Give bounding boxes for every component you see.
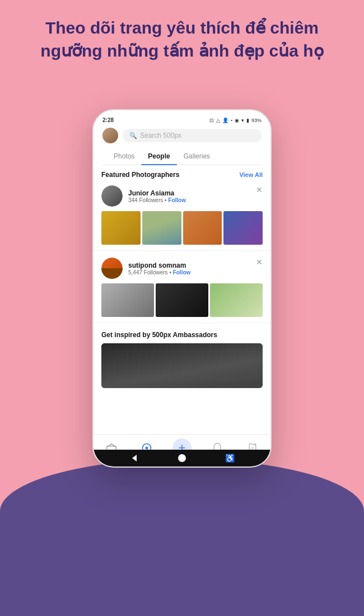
wifi-icon: ▾ — [241, 118, 244, 123]
main-content: Featured Photographers View All Junior A… — [94, 165, 270, 449]
close-button-2[interactable]: ✕ — [256, 258, 263, 267]
close-button-1[interactable]: ✕ — [256, 185, 263, 194]
photo-thumb-1-1[interactable] — [101, 211, 141, 245]
svg-point-2 — [145, 447, 148, 450]
ambassadors-title: Get inspired by 500px Ambassadors — [101, 331, 217, 339]
featured-header: Featured Photographers View All — [94, 165, 270, 182]
android-accessibility-button[interactable]: ♿ — [225, 453, 235, 463]
status-icons: ⊡ △ 👤 • ◉ ▾ ▮ 93% — [209, 118, 262, 123]
photographer-card-1: Junior Asiama 344 Followers • Follow ✕ — [94, 182, 270, 251]
photographer-name-2: sutipond somnam — [128, 262, 190, 269]
ambassadors-section: Get inspired by 500px Ambassadors — [94, 323, 270, 394]
tab-people[interactable]: People — [141, 148, 176, 165]
photo-strip-2 — [101, 283, 263, 317]
photo-strip-1 — [101, 211, 263, 245]
home-circle-icon — [178, 454, 186, 462]
photographer-info-2: sutipond somnam 5,447 Followers • Follow… — [101, 258, 263, 279]
tab-galleries[interactable]: Galleries — [177, 148, 217, 165]
dot-icon: • — [231, 118, 232, 123]
android-back-button[interactable] — [129, 453, 139, 463]
search-placeholder: Search 500px — [140, 132, 181, 139]
accessibility-icon: ♿ — [225, 454, 235, 463]
status-bar: 2:28 ⊡ △ 👤 • ◉ ▾ ▮ 93% — [102, 115, 262, 124]
photo-thumb-2-3[interactable] — [210, 283, 263, 317]
alert-icon: △ — [216, 118, 220, 123]
photographer-followers-2: 5,447 Followers • Follow — [128, 269, 190, 276]
photo-thumb-1-4[interactable] — [223, 211, 263, 245]
search-box[interactable]: 🔍 Search 500px — [123, 129, 262, 142]
photo-thumb-1-2[interactable] — [142, 211, 181, 245]
photographer-name-1: Junior Asiama — [128, 189, 186, 197]
hero-title: Theo dõi trang yêu thích để chiêm ngưỡng… — [22, 17, 342, 62]
phone-top-bar: 2:28 ⊡ △ 👤 • ◉ ▾ ▮ 93% 🔍 Search 500px — [94, 110, 270, 165]
follow-button-2[interactable]: Follow — [173, 269, 191, 276]
photographer-followers-1: 344 Followers • Follow — [128, 197, 186, 203]
photographer-details-1: Junior Asiama 344 Followers • Follow — [128, 189, 186, 203]
photographer-card-2: sutipond somnam 5,447 Followers • Follow… — [94, 254, 270, 323]
tab-photos[interactable]: Photos — [107, 148, 141, 165]
eye-icon: ◉ — [235, 118, 239, 123]
battery-percent: 93% — [251, 118, 262, 123]
photographer-details-2: sutipond somnam 5,447 Followers • Follow — [128, 262, 190, 276]
battery-icon: ▮ — [246, 118, 249, 123]
back-icon — [132, 455, 137, 461]
ambassador-banner[interactable] — [101, 343, 263, 388]
photo-thumb-2-1[interactable] — [101, 283, 154, 317]
photographer-avatar-2[interactable] — [101, 258, 123, 279]
photographer-info-1: Junior Asiama 344 Followers • Follow ✕ — [101, 185, 263, 207]
search-row: 🔍 Search 500px — [102, 124, 262, 148]
search-icon: 🔍 — [129, 132, 137, 139]
view-all-button[interactable]: View All — [239, 171, 263, 178]
photographer-avatar-1[interactable] — [101, 185, 123, 207]
user-icon: 👤 — [222, 118, 228, 123]
screen-icon: ⊡ — [209, 118, 214, 123]
hero-section: Theo dõi trang yêu thích để chiêm ngưỡng… — [0, 17, 364, 62]
user-avatar[interactable] — [102, 128, 118, 143]
android-home-button[interactable] — [177, 453, 187, 463]
ambassadors-header: Get inspired by 500px Ambassadors — [101, 329, 263, 343]
follow-button-1[interactable]: Follow — [168, 197, 186, 203]
status-time: 2:28 — [102, 117, 114, 123]
phone-frame: 2:28 ⊡ △ 👤 • ◉ ▾ ▮ 93% 🔍 Search 500px — [92, 109, 272, 468]
android-nav-bar: ♿ — [94, 450, 270, 466]
photo-thumb-2-2[interactable] — [156, 283, 208, 317]
tabs-bar: Photos People Galleries — [102, 148, 262, 165]
photo-thumb-1-3[interactable] — [183, 211, 222, 245]
featured-title: Featured Photographers — [101, 171, 179, 179]
background-wave — [0, 459, 364, 616]
